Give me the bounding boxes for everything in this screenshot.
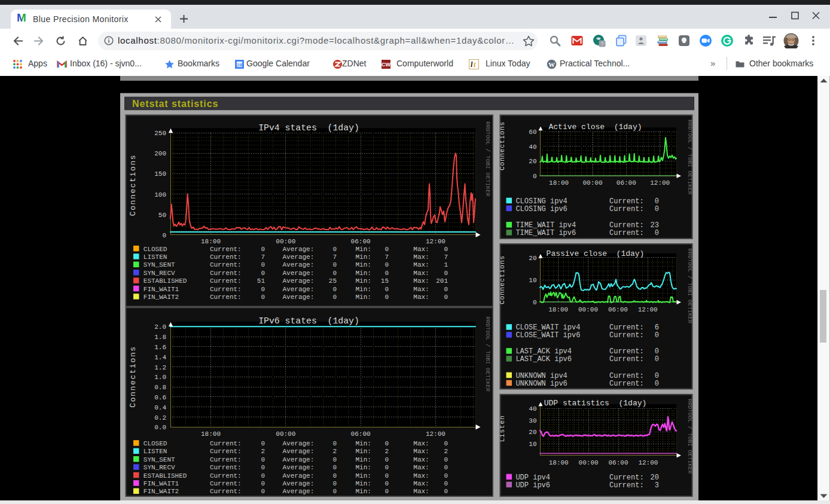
svg-text:Max:: Max: bbox=[413, 277, 429, 285]
svg-text:2: 2 bbox=[385, 448, 389, 455]
svg-text:CLOSED: CLOSED bbox=[144, 246, 167, 253]
svg-text:Current:: Current: bbox=[609, 372, 644, 380]
svg-text:20: 20 bbox=[529, 255, 536, 262]
svg-text:Max:: Max: bbox=[413, 480, 429, 487]
svg-text:18:00: 18:00 bbox=[549, 459, 569, 466]
svg-text:Max:: Max: bbox=[413, 253, 429, 261]
svg-text:IPv6 states (1day): IPv6 states (1day) bbox=[258, 316, 359, 326]
svg-text:UDP ipv4: UDP ipv4 bbox=[515, 474, 550, 482]
svg-text:0: 0 bbox=[655, 380, 659, 388]
svg-text:1.0: 1.0 bbox=[154, 374, 166, 381]
svg-text:0: 0 bbox=[444, 270, 448, 277]
svg-text:0: 0 bbox=[444, 286, 448, 293]
svg-text:0: 0 bbox=[332, 261, 337, 268]
svg-text:1.4: 1.4 bbox=[154, 354, 166, 361]
svg-text:Max:: Max: bbox=[413, 294, 429, 301]
svg-text:00:00: 00:00 bbox=[276, 238, 295, 245]
svg-text:Min:: Min: bbox=[356, 440, 371, 447]
svg-text:SYN_RECV: SYN_RECV bbox=[144, 464, 175, 471]
svg-text:12:00: 12:00 bbox=[426, 238, 445, 245]
svg-text:0: 0 bbox=[444, 488, 448, 495]
svg-text:Current:: Current: bbox=[210, 456, 242, 463]
svg-text:LISTEN: LISTEN bbox=[144, 448, 167, 455]
svg-text:18:00: 18:00 bbox=[549, 179, 569, 187]
svg-text:Min:: Min: bbox=[356, 253, 371, 261]
svg-text:Average:: Average: bbox=[283, 488, 315, 495]
svg-text:Max:: Max: bbox=[413, 270, 429, 277]
svg-text:Current:: Current: bbox=[609, 221, 644, 230]
svg-text:Passive close (1day): Passive close (1day) bbox=[547, 249, 645, 258]
svg-text:0.2: 0.2 bbox=[154, 414, 166, 421]
svg-text:0: 0 bbox=[332, 440, 337, 447]
svg-text:Average:: Average: bbox=[283, 270, 315, 277]
svg-text:Current:: Current: bbox=[609, 481, 644, 490]
svg-text:0: 0 bbox=[261, 246, 265, 253]
svg-text:Current:: Current: bbox=[210, 448, 242, 455]
svg-text:10: 10 bbox=[529, 441, 536, 448]
svg-text:IPv4 states (1day): IPv4 states (1day) bbox=[258, 123, 359, 133]
svg-text:RRDTOOL / TOBI OETIKER: RRDTOOL / TOBI OETIKER bbox=[686, 399, 693, 474]
svg-text:0: 0 bbox=[385, 480, 389, 487]
svg-text:18:00: 18:00 bbox=[201, 238, 221, 245]
svg-text:LISTEN: LISTEN bbox=[144, 253, 167, 261]
svg-text:Max:: Max: bbox=[413, 472, 429, 479]
svg-text:12:00: 12:00 bbox=[638, 459, 658, 466]
svg-text:Min:: Min: bbox=[356, 286, 371, 293]
svg-text:0: 0 bbox=[261, 472, 265, 479]
svg-text:0: 0 bbox=[385, 464, 389, 471]
svg-text:0.8: 0.8 bbox=[154, 384, 166, 391]
svg-text:CLOSE_WAIT ipv4: CLOSE_WAIT ipv4 bbox=[515, 323, 580, 332]
svg-text:0: 0 bbox=[385, 472, 389, 479]
svg-text:18:00: 18:00 bbox=[548, 306, 568, 313]
svg-text:Average:: Average: bbox=[283, 440, 315, 447]
svg-text:FIN_WAIT1: FIN_WAIT1 bbox=[144, 286, 179, 293]
svg-text:0: 0 bbox=[444, 472, 448, 479]
svg-text:0: 0 bbox=[444, 464, 448, 471]
svg-text:Min:: Min: bbox=[356, 472, 371, 479]
svg-text:RRDTOOL / TOBI OETIKER: RRDTOOL / TOBI OETIKER bbox=[484, 317, 491, 392]
svg-text:Current:: Current: bbox=[609, 355, 644, 364]
svg-text:0: 0 bbox=[444, 294, 448, 301]
svg-text:Max:: Max: bbox=[413, 464, 429, 471]
svg-text:Current:: Current: bbox=[609, 347, 644, 356]
svg-text:200: 200 bbox=[154, 150, 166, 157]
svg-text:0: 0 bbox=[385, 440, 389, 447]
svg-text:Min:: Min: bbox=[356, 277, 371, 285]
svg-text:0: 0 bbox=[332, 270, 337, 277]
svg-text:2.0: 2.0 bbox=[154, 323, 166, 331]
svg-text:3: 3 bbox=[655, 481, 659, 490]
svg-text:Current:: Current: bbox=[609, 380, 644, 388]
svg-text:SYN_RECV: SYN_RECV bbox=[144, 270, 175, 277]
svg-text:250: 250 bbox=[154, 130, 166, 137]
svg-text:28: 28 bbox=[237, 62, 242, 68]
svg-text:Min:: Min: bbox=[356, 488, 371, 495]
svg-text:0: 0 bbox=[655, 372, 659, 380]
svg-text:06:00: 06:00 bbox=[617, 179, 636, 187]
svg-text:2: 2 bbox=[444, 448, 448, 455]
svg-text:M: M bbox=[17, 13, 26, 22]
svg-text:Current:: Current: bbox=[609, 331, 644, 340]
svg-text:7: 7 bbox=[385, 253, 389, 261]
svg-text:LAST_ACK ipv4: LAST_ACK ipv4 bbox=[515, 347, 572, 356]
svg-text:CLOSING ipv4: CLOSING ipv4 bbox=[515, 197, 567, 206]
svg-text:0: 0 bbox=[655, 331, 659, 340]
svg-text:0.0: 0.0 bbox=[154, 424, 166, 431]
svg-text:0: 0 bbox=[261, 440, 265, 447]
svg-text:RRDTOOL / TOBI OETIKER: RRDTOOL / TOBI OETIKER bbox=[484, 121, 491, 197]
svg-text:Connections: Connections bbox=[499, 121, 506, 170]
svg-text:0.6: 0.6 bbox=[154, 394, 166, 401]
svg-text:12:00: 12:00 bbox=[426, 430, 445, 438]
svg-text:0: 0 bbox=[261, 488, 265, 495]
svg-text:0: 0 bbox=[444, 456, 448, 463]
svg-text:0: 0 bbox=[261, 294, 265, 301]
svg-text:Active close (1day): Active close (1day) bbox=[548, 123, 642, 132]
svg-text:Max:: Max: bbox=[413, 261, 429, 268]
svg-text:0: 0 bbox=[261, 456, 265, 463]
svg-text:FIN_WAIT2: FIN_WAIT2 bbox=[144, 294, 179, 301]
svg-text:Current:: Current: bbox=[210, 480, 242, 487]
svg-text:0.4: 0.4 bbox=[154, 404, 166, 411]
svg-text:00:00: 00:00 bbox=[578, 306, 598, 313]
svg-text:1: 1 bbox=[444, 261, 448, 268]
svg-text:2: 2 bbox=[261, 448, 265, 455]
svg-text:00:00: 00:00 bbox=[579, 459, 599, 466]
